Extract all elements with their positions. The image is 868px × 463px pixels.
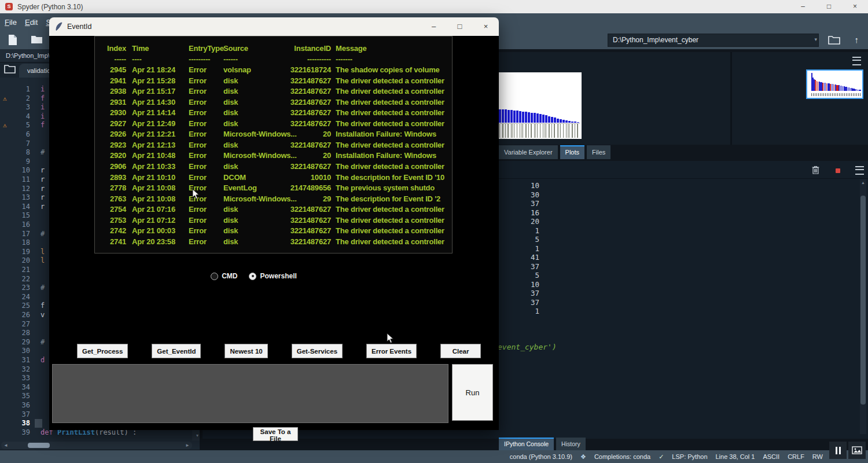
browse-folder-icon[interactable] (828, 35, 840, 45)
console-output-number: 16 (499, 208, 539, 218)
browse-tabs-icon[interactable] (4, 64, 16, 74)
tab-files[interactable]: Files (587, 145, 610, 159)
desktop: S Spyder (Python 3.10) – □ × FileEditSea… (0, 0, 868, 463)
line-number: 34 (0, 383, 30, 392)
up-directory-icon[interactable]: ↑ (855, 35, 859, 45)
event-log-output[interactable]: IndexTimeEntryTypeSourceInstanceIDMessag… (94, 36, 453, 253)
tab-variable-explorer[interactable]: Variable Explorer (499, 145, 558, 159)
line-number: 31 (0, 356, 30, 365)
status-completions[interactable]: Completions: conda (594, 453, 650, 460)
console-scrollbar-thumb[interactable] (860, 196, 866, 405)
code-text: # (41, 148, 45, 157)
line-number: 32 (0, 365, 30, 374)
console-options-menu-icon[interactable] (855, 166, 864, 175)
line-number: 33 (0, 374, 30, 383)
pause-button[interactable] (829, 442, 847, 459)
console-output-number: 1 (499, 307, 539, 316)
get-eventid-button[interactable]: Get_EventId (152, 344, 201, 358)
event-row: 2778Apr 21 10:08ErrorEventLog2147489656T… (100, 183, 452, 194)
code-text: f (41, 94, 45, 104)
editor-horizontal-scrollbar[interactable]: ◄ ► (1, 442, 192, 449)
python-feather-icon (55, 22, 62, 31)
tab-ipython-console[interactable]: IPython Console (499, 438, 554, 450)
code-text: r (41, 203, 45, 212)
console-output-number: 5 (499, 271, 539, 280)
get-process-button[interactable]: Get_Process (77, 344, 128, 358)
right-pane-tabs: Variable ExplorerPlotsFiles (499, 145, 610, 159)
error-events-button[interactable]: Error Events (366, 344, 417, 358)
line-number: 7 (0, 139, 30, 149)
remove-variables-icon[interactable] (812, 166, 819, 174)
console-output-number: 10 (499, 280, 539, 289)
console-scrollbar[interactable]: ▲ (860, 179, 866, 434)
code-text: i (41, 112, 45, 122)
spyder-logo-icon: S (5, 3, 13, 10)
event-row: 2754Apr 21 07:16Errordisk3221487627The d… (100, 204, 452, 215)
get-services-button[interactable]: Get-Services (292, 344, 343, 358)
thumbnail-axis (811, 93, 861, 96)
event-row: 2742Apr 21 00:03Errordisk3221487627The d… (100, 226, 452, 237)
code-text: l (41, 248, 45, 257)
scroll-up-icon[interactable]: ▲ (861, 181, 865, 185)
console-output-number: 5 (499, 235, 539, 244)
status-interpreter[interactable]: conda (Python 3.10.9) (510, 453, 572, 460)
new-file-icon[interactable] (8, 34, 18, 46)
working-directory-input[interactable]: D:\Python_Imp\event_cyber (608, 34, 819, 47)
radio-circle-icon[interactable] (211, 273, 218, 280)
line-number: 11 (0, 175, 30, 185)
line-number: 16 (0, 221, 30, 230)
line-number: 35 (0, 392, 30, 401)
console-tabs: IPython ConsoleHistory (499, 438, 586, 450)
event-row: 2741Apr 20 23:58Errordisk3221487627The d… (100, 237, 452, 248)
plots-options-menu-icon[interactable] (852, 57, 861, 65)
scroll-left-icon[interactable]: ◄ (3, 442, 8, 449)
eventid-maximize-button[interactable]: □ (447, 17, 473, 36)
os-close-button[interactable]: × (842, 0, 868, 13)
scrollbar-thumb[interactable] (28, 443, 50, 448)
line-number: 18 (0, 238, 30, 248)
save-to-file-button[interactable]: Save To a File (253, 427, 298, 441)
code-text: l (41, 256, 45, 266)
eventid-minimize-button[interactable]: – (421, 17, 447, 36)
scroll-right-icon[interactable]: ► (185, 442, 190, 449)
os-minimize-button[interactable]: – (790, 0, 816, 13)
eventid-titlebar[interactable]: EventId – □ × (49, 17, 499, 36)
code-text: # (41, 284, 45, 293)
mouse-cursor-secondary (387, 333, 394, 344)
status-items: conda (Python 3.10.9) ❖ Completions: con… (347, 450, 823, 463)
code-text: f (41, 302, 45, 311)
line-number: 12 (0, 185, 30, 194)
event-row: 2763Apr 21 10:08ErrorMicrosoft-Windows..… (100, 194, 452, 205)
menu-item-edit[interactable]: Edit (25, 18, 38, 27)
menu-item-file[interactable]: File (5, 18, 17, 27)
radio-cmd[interactable]: CMD (211, 272, 237, 280)
console-output-number: 37 (499, 298, 539, 307)
output-textarea[interactable] (52, 364, 448, 423)
os-maximize-button[interactable]: □ (816, 0, 842, 13)
line-number: 39 (0, 428, 30, 438)
status-lsp[interactable]: LSP: Python (672, 453, 707, 460)
console-output-number: 1 (499, 244, 539, 253)
event-row: 2927Apr 21 12:49Errordisk3221487627The d… (100, 119, 452, 130)
radio-circle-icon[interactable] (249, 273, 256, 280)
eventid-close-button[interactable]: × (473, 17, 499, 36)
path-dropdown-icon[interactable]: ▾ (814, 34, 817, 46)
line-number: 5 (0, 121, 30, 130)
console-output-number: 41 (499, 253, 539, 262)
tab-plots[interactable]: Plots (560, 145, 584, 159)
console-output-number: 37 (499, 262, 539, 271)
open-folder-icon[interactable] (31, 34, 43, 45)
code-text: r (41, 166, 45, 175)
completions-icon: ❖ (580, 453, 586, 461)
line-number: 38 (0, 419, 30, 428)
radio-powershell[interactable]: Powershell (249, 272, 296, 280)
run-button[interactable]: Run (452, 364, 493, 421)
newest-10-button[interactable]: Newest 10 (225, 344, 267, 358)
plot-thumbnail-selected[interactable] (806, 69, 863, 99)
status-encoding: ASCII (763, 453, 779, 460)
clear-button[interactable]: Clear (440, 344, 481, 358)
code-text: i (41, 85, 45, 94)
os-window-title: Spyder (Python 3.10) (17, 3, 83, 11)
screenshot-button[interactable] (848, 442, 866, 459)
tab-history[interactable]: History (556, 438, 586, 450)
